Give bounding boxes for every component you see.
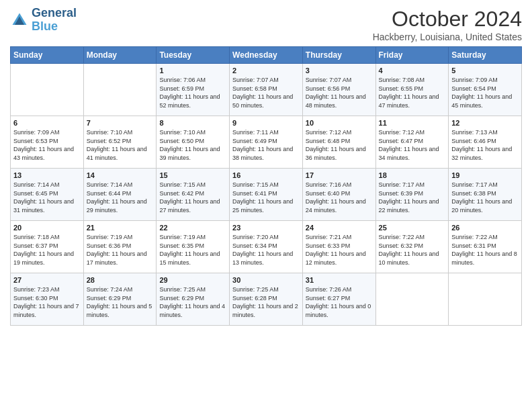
daylight-text: Daylight: 11 hours and 27 minutes. [159, 198, 220, 214]
cell-w5-d7 [449, 273, 522, 326]
header-tuesday: Tuesday [157, 47, 230, 64]
week-row-4: 20 Sunrise: 7:18 AM Sunset: 6:37 PM Dayl… [11, 221, 522, 273]
cell-w3-d5: 17 Sunrise: 7:16 AM Sunset: 6:40 PM Dayl… [302, 169, 375, 221]
month-title: October 2024 [373, 7, 522, 32]
daylight-text: Daylight: 11 hours and 47 minutes. [379, 93, 439, 109]
cell-w4-d4: 23 Sunrise: 7:20 AM Sunset: 6:34 PM Dayl… [230, 221, 303, 273]
day-number: 18 [379, 171, 446, 179]
cell-w4-d7: 26 Sunrise: 7:22 AM Sunset: 6:31 PM Dayl… [449, 221, 522, 273]
daylight-text: Daylight: 11 hours and 15 minutes. [159, 250, 220, 266]
sunrise-text: Sunrise: 7:16 AM [306, 181, 352, 188]
day-info: Sunrise: 7:17 AM Sunset: 6:38 PM Dayligh… [451, 181, 519, 214]
cell-w3-d6: 18 Sunrise: 7:17 AM Sunset: 6:39 PM Dayl… [375, 169, 449, 221]
sunset-text: Sunset: 6:34 PM [232, 242, 277, 249]
sunrise-text: Sunrise: 7:09 AM [13, 129, 60, 136]
sunset-text: Sunset: 6:40 PM [306, 190, 351, 197]
day-info: Sunrise: 7:25 AM Sunset: 6:29 PM Dayligh… [159, 285, 226, 319]
day-info: Sunrise: 7:15 AM Sunset: 6:42 PM Dayligh… [159, 181, 226, 214]
day-number: 2 [232, 66, 300, 75]
daylight-text: Daylight: 11 hours and 34 minutes. [379, 146, 439, 161]
day-info: Sunrise: 7:26 AM Sunset: 6:27 PM Dayligh… [306, 285, 373, 319]
sunrise-text: Sunrise: 7:19 AM [159, 234, 206, 240]
day-info: Sunrise: 7:24 AM Sunset: 6:29 PM Dayligh… [87, 285, 154, 319]
header: General Blue October 2024 Hackberry, Lou… [10, 7, 522, 42]
logo-icon [10, 11, 29, 30]
day-info: Sunrise: 7:14 AM Sunset: 6:44 PM Dayligh… [87, 181, 154, 214]
sunset-text: Sunset: 6:59 PM [159, 85, 204, 92]
sunset-text: Sunset: 6:50 PM [159, 138, 204, 144]
sunset-text: Sunset: 6:37 PM [13, 242, 58, 249]
day-info: Sunrise: 7:22 AM Sunset: 6:31 PM Dayligh… [451, 233, 519, 267]
cell-w1-d3: 1 Sunrise: 7:06 AM Sunset: 6:59 PM Dayli… [157, 64, 230, 116]
cell-w1-d1 [11, 64, 84, 116]
day-number: 1 [159, 66, 226, 75]
sunset-text: Sunset: 6:29 PM [159, 295, 204, 302]
day-number: 8 [159, 119, 226, 127]
cell-w2-d1: 6 Sunrise: 7:09 AM Sunset: 6:53 PM Dayli… [11, 116, 84, 169]
daylight-text: Daylight: 11 hours and 39 minutes. [159, 146, 220, 161]
day-number: 28 [87, 276, 154, 284]
sunset-text: Sunset: 6:27 PM [306, 295, 351, 302]
day-number: 20 [13, 224, 81, 232]
daylight-text: Daylight: 11 hours and 2 minutes. [232, 303, 298, 318]
sunset-text: Sunset: 6:49 PM [232, 138, 277, 144]
sunset-text: Sunset: 6:45 PM [13, 190, 58, 197]
day-number: 13 [13, 171, 81, 179]
header-monday: Monday [83, 47, 157, 64]
cell-w3-d4: 16 Sunrise: 7:15 AM Sunset: 6:41 PM Dayl… [230, 169, 303, 221]
daylight-text: Daylight: 11 hours and 22 minutes. [379, 198, 439, 214]
daylight-text: Daylight: 11 hours and 29 minutes. [87, 198, 147, 214]
daylight-text: Daylight: 11 hours and 36 minutes. [306, 146, 366, 161]
sunset-text: Sunset: 6:41 PM [232, 190, 277, 197]
cell-w2-d6: 11 Sunrise: 7:12 AM Sunset: 6:47 PM Dayl… [375, 116, 449, 169]
day-info: Sunrise: 7:19 AM Sunset: 6:36 PM Dayligh… [87, 233, 154, 267]
cell-w2-d5: 10 Sunrise: 7:12 AM Sunset: 6:48 PM Dayl… [302, 116, 375, 169]
day-info: Sunrise: 7:22 AM Sunset: 6:32 PM Dayligh… [379, 233, 446, 267]
daylight-text: Daylight: 11 hours and 48 minutes. [306, 93, 366, 109]
sunrise-text: Sunrise: 7:23 AM [13, 286, 60, 293]
day-info: Sunrise: 7:21 AM Sunset: 6:33 PM Dayligh… [306, 233, 373, 267]
calendar-header: Sunday Monday Tuesday Wednesday Thursday… [11, 47, 522, 64]
sunset-text: Sunset: 6:47 PM [379, 138, 424, 144]
sunrise-text: Sunrise: 7:12 AM [306, 129, 352, 136]
day-number: 17 [306, 171, 373, 179]
cell-w3-d2: 14 Sunrise: 7:14 AM Sunset: 6:44 PM Dayl… [83, 169, 157, 221]
daylight-text: Daylight: 11 hours and 4 minutes. [159, 303, 225, 318]
day-number: 31 [306, 276, 373, 284]
day-number: 21 [87, 224, 154, 232]
daylight-text: Daylight: 11 hours and 38 minutes. [232, 146, 293, 161]
cell-w1-d4: 2 Sunrise: 7:07 AM Sunset: 6:58 PM Dayli… [230, 64, 303, 116]
sunrise-text: Sunrise: 7:17 AM [451, 181, 498, 188]
day-number: 11 [379, 119, 446, 127]
day-number: 19 [451, 171, 519, 179]
sunrise-text: Sunrise: 7:07 AM [306, 77, 352, 83]
week-row-3: 13 Sunrise: 7:14 AM Sunset: 6:45 PM Dayl… [11, 169, 522, 221]
daylight-text: Daylight: 11 hours and 45 minutes. [451, 93, 512, 109]
daylight-text: Daylight: 11 hours and 20 minutes. [451, 198, 512, 214]
daylight-text: Daylight: 11 hours and 32 minutes. [451, 146, 512, 161]
location-title: Hackberry, Louisiana, United States [373, 32, 522, 42]
day-info: Sunrise: 7:20 AM Sunset: 6:34 PM Dayligh… [232, 233, 300, 267]
day-number: 4 [379, 66, 446, 75]
page: General Blue October 2024 Hackberry, Lou… [0, 0, 532, 411]
sunset-text: Sunset: 6:54 PM [451, 85, 496, 92]
calendar-body: 1 Sunrise: 7:06 AM Sunset: 6:59 PM Dayli… [11, 64, 522, 326]
sunrise-text: Sunrise: 7:26 AM [306, 286, 352, 293]
day-info: Sunrise: 7:16 AM Sunset: 6:40 PM Dayligh… [306, 181, 373, 214]
cell-w5-d5: 31 Sunrise: 7:26 AM Sunset: 6:27 PM Dayl… [302, 273, 375, 326]
sunset-text: Sunset: 6:39 PM [379, 190, 424, 197]
sunset-text: Sunset: 6:42 PM [159, 190, 204, 197]
daylight-text: Daylight: 11 hours and 12 minutes. [306, 250, 366, 266]
cell-w4-d1: 20 Sunrise: 7:18 AM Sunset: 6:37 PM Dayl… [11, 221, 84, 273]
day-number: 25 [379, 224, 446, 232]
day-number: 14 [87, 171, 154, 179]
sunset-text: Sunset: 6:32 PM [379, 242, 424, 249]
day-info: Sunrise: 7:11 AM Sunset: 6:49 PM Dayligh… [232, 128, 300, 162]
sunset-text: Sunset: 6:53 PM [13, 138, 58, 144]
day-number: 23 [232, 224, 300, 232]
daylight-text: Daylight: 11 hours and 10 minutes. [379, 250, 439, 266]
sunrise-text: Sunrise: 7:20 AM [232, 234, 279, 240]
header-wednesday: Wednesday [230, 47, 303, 64]
week-row-2: 6 Sunrise: 7:09 AM Sunset: 6:53 PM Dayli… [11, 116, 522, 169]
day-number: 30 [232, 276, 300, 284]
